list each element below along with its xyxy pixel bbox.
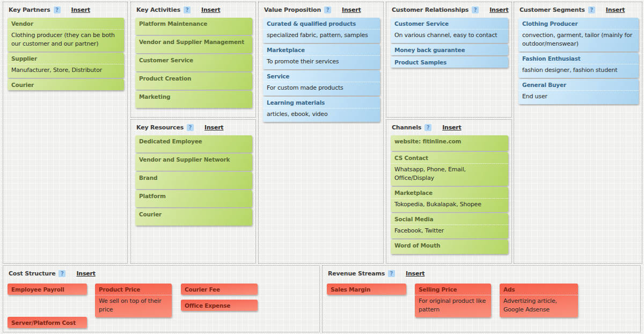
card-title: Product Samples bbox=[391, 56, 508, 68]
card-title: Courier bbox=[135, 208, 252, 220]
card-server-platform-cost[interactable]: Server/Platform Cost bbox=[8, 317, 87, 328]
card-website[interactable]: website: fitinline.com bbox=[391, 135, 508, 151]
card-body: articles, ebook, video bbox=[263, 108, 380, 122]
card-courier-fee[interactable]: Courier Fee bbox=[181, 284, 258, 295]
section-title: Value Proposition bbox=[264, 6, 321, 13]
section-header: Key Resources ? Insert bbox=[131, 120, 255, 134]
card-body: For custom made products bbox=[263, 82, 380, 96]
card-platform-maintenance[interactable]: Platform Maintenance bbox=[135, 18, 252, 35]
card-title: Platform bbox=[135, 190, 252, 201]
card-sales-margin[interactable]: Sales Margin bbox=[327, 284, 406, 295]
card-cs-contact[interactable]: CS Contact Whatsapp, Phone, Email, Offic… bbox=[391, 152, 508, 186]
help-icon[interactable]: ? bbox=[388, 270, 395, 277]
card-body: convection, garment, tailor (mainly for … bbox=[518, 29, 639, 52]
card-title: Vendor bbox=[8, 18, 124, 29]
card-brand[interactable]: Brand bbox=[135, 172, 252, 189]
card-social-media[interactable]: Social Media Facebook, Twitter bbox=[391, 213, 508, 238]
card-supplier[interactable]: Supplier Manufacturer, Store, Distributo… bbox=[8, 53, 124, 78]
card-selling-price[interactable]: Selling Price For original product like … bbox=[415, 284, 491, 317]
card-body: End user bbox=[518, 90, 639, 104]
card-title: Brand bbox=[135, 172, 252, 183]
section-title: Key Resources bbox=[136, 124, 184, 131]
card-marketplace[interactable]: Marketplace To promote their services bbox=[263, 44, 380, 69]
help-icon[interactable]: ? bbox=[588, 6, 595, 13]
section-customer-relationships: Customer Relationships ? Insert Customer… bbox=[386, 2, 512, 118]
card-title: Fashion Enthusiast bbox=[518, 53, 639, 64]
card-dedicated-employee[interactable]: Dedicated Employee bbox=[135, 135, 252, 153]
help-icon[interactable]: ? bbox=[58, 270, 65, 277]
card-money-back-guarantee[interactable]: Money back guarantee bbox=[391, 44, 508, 55]
card-office-expense[interactable]: Office Expense bbox=[181, 300, 258, 311]
card-product-price[interactable]: Product Price We sell on top of their pr… bbox=[95, 284, 172, 317]
help-icon[interactable]: ? bbox=[472, 6, 479, 13]
card-customer-service[interactable]: Customer Service On various channel, eas… bbox=[391, 18, 508, 43]
card-title: Product Creation bbox=[135, 72, 252, 84]
insert-link[interactable]: Insert bbox=[406, 270, 425, 277]
card-curated-qualified-products[interactable]: Curated & qualified products specialized… bbox=[263, 18, 380, 43]
insert-link[interactable]: Insert bbox=[489, 6, 508, 13]
card-customer-service[interactable]: Customer Service bbox=[135, 54, 252, 71]
card-body: Clothing producer (they can be both our … bbox=[8, 29, 124, 52]
card-marketplace[interactable]: Marketplace Tokopedia, Bukalapak, Shopee bbox=[391, 187, 508, 212]
card-title: Money back guarantee bbox=[391, 44, 508, 55]
section-header: Channels ? Insert bbox=[386, 120, 511, 134]
card-learning-materials[interactable]: Learning materials articles, ebook, vide… bbox=[263, 97, 380, 122]
card-fashion-enthusiast[interactable]: Fashion Enthusiast fashion designer, fas… bbox=[518, 53, 639, 78]
section-header: Value Proposition ? Insert bbox=[259, 2, 383, 16]
card-service[interactable]: Service For custom made products bbox=[263, 70, 380, 96]
card-vendor-supplier-management[interactable]: Vendor and Supplier Management bbox=[135, 36, 252, 53]
section-channels: Channels ? Insert website: fitinline.com… bbox=[386, 119, 512, 264]
card-body: specialized fabric, pattern, samples bbox=[263, 29, 380, 43]
insert-link[interactable]: Insert bbox=[76, 270, 95, 277]
card-title: Word of Mouth bbox=[391, 239, 508, 251]
card-title: Customer Service bbox=[391, 18, 508, 29]
insert-link[interactable]: Insert bbox=[201, 6, 220, 13]
card-product-creation[interactable]: Product Creation bbox=[135, 72, 252, 90]
card-body: Whatsapp, Phone, Email, Office/Display bbox=[391, 163, 508, 186]
section-header: Revenue Streams ? Insert bbox=[323, 266, 640, 280]
insert-link[interactable]: Insert bbox=[204, 124, 223, 131]
card-title: Service bbox=[263, 70, 380, 82]
card-ads[interactable]: Ads Advertizing article, Google Adsense bbox=[500, 284, 578, 317]
section-header: Cost Structure ? Insert bbox=[3, 266, 319, 280]
card-body: On various channel, easy to contact bbox=[391, 29, 508, 43]
card-body: Manufacturer, Store, Distributor bbox=[8, 64, 124, 78]
card-title: Ads bbox=[500, 284, 578, 295]
card-general-buyer[interactable]: General Buyer End user bbox=[518, 79, 639, 104]
section-customer-segments: Customer Segments ? Insert Clothing Prod… bbox=[514, 2, 642, 264]
card-title: website: fitinline.com bbox=[391, 135, 508, 147]
section-key-partners: Key Partners ? Insert Vendor Clothing pr… bbox=[3, 2, 128, 264]
help-icon[interactable]: ? bbox=[184, 6, 191, 13]
insert-link[interactable]: Insert bbox=[606, 6, 625, 13]
card-platform[interactable]: Platform bbox=[135, 190, 252, 207]
card-title: Platform Maintenance bbox=[135, 18, 252, 29]
card-vendor-supplier-network[interactable]: Vendor and Supplier Network bbox=[135, 154, 252, 171]
card-title: Employee Payroll bbox=[8, 284, 87, 295]
card-word-of-mouth[interactable]: Word of Mouth bbox=[391, 239, 508, 254]
card-title: General Buyer bbox=[518, 79, 639, 90]
card-courier[interactable]: Courier bbox=[135, 208, 252, 226]
card-title: Selling Price bbox=[415, 284, 491, 295]
card-title: Learning materials bbox=[263, 97, 380, 108]
section-revenue-streams: Revenue Streams ? Insert Sales Margin Se… bbox=[322, 265, 641, 332]
help-icon[interactable]: ? bbox=[324, 6, 331, 13]
card-employee-payroll[interactable]: Employee Payroll bbox=[8, 284, 87, 295]
help-icon[interactable]: ? bbox=[54, 6, 61, 13]
card-courier[interactable]: Courier bbox=[8, 79, 124, 90]
card-body: To promote their services bbox=[263, 55, 380, 69]
card-title: Vendor and Supplier Management bbox=[135, 36, 252, 47]
help-icon[interactable]: ? bbox=[187, 124, 194, 131]
card-title: Sales Margin bbox=[327, 284, 406, 295]
card-marketing[interactable]: Marketing bbox=[135, 91, 252, 108]
card-title: Marketplace bbox=[391, 187, 508, 198]
card-body: We sell on top of their price bbox=[95, 295, 172, 317]
section-cost-structure: Cost Structure ? Insert Employee Payroll… bbox=[3, 265, 320, 332]
insert-link[interactable]: Insert bbox=[71, 6, 90, 13]
insert-link[interactable]: Insert bbox=[442, 124, 461, 131]
section-title: Key Partners bbox=[9, 6, 50, 13]
insert-link[interactable]: Insert bbox=[342, 6, 361, 13]
card-clothing-producer[interactable]: Clothing Producer convection, garment, t… bbox=[518, 18, 639, 52]
help-icon[interactable]: ? bbox=[425, 124, 431, 131]
card-product-samples[interactable]: Product Samples bbox=[391, 56, 508, 68]
card-vendor[interactable]: Vendor Clothing producer (they can be bo… bbox=[8, 18, 124, 52]
